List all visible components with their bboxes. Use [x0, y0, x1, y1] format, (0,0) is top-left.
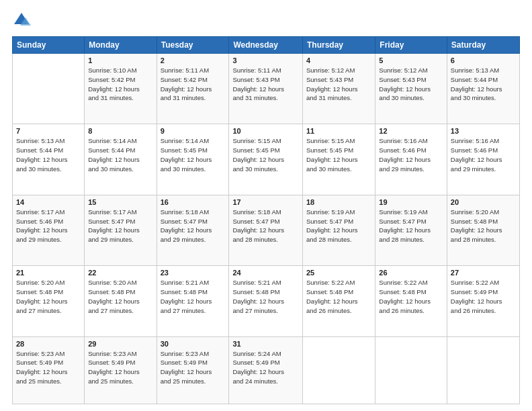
calendar-cell [447, 336, 519, 404]
day-info: Sunrise: 5:16 AM Sunset: 5:46 PM Dayligh… [451, 136, 516, 173]
day-number: 13 [451, 127, 516, 135]
day-number: 4 [306, 56, 371, 64]
calendar-cell: 7Sunrise: 5:13 AM Sunset: 5:44 PM Daylig… [13, 124, 85, 195]
day-info: Sunrise: 5:10 AM Sunset: 5:42 PM Dayligh… [88, 66, 152, 103]
calendar-cell: 16Sunrise: 5:18 AM Sunset: 5:47 PM Dayli… [157, 195, 229, 265]
week-row: 21Sunrise: 5:20 AM Sunset: 5:48 PM Dayli… [13, 266, 520, 336]
day-number: 21 [16, 269, 81, 277]
calendar-cell: 4Sunrise: 5:12 AM Sunset: 5:43 PM Daylig… [303, 54, 375, 124]
week-row: 1Sunrise: 5:10 AM Sunset: 5:42 PM Daylig… [13, 54, 520, 124]
calendar-cell: 20Sunrise: 5:20 AM Sunset: 5:48 PM Dayli… [447, 195, 519, 265]
day-number: 22 [88, 269, 152, 277]
day-info: Sunrise: 5:17 AM Sunset: 5:46 PM Dayligh… [16, 208, 81, 244]
calendar-cell: 2Sunrise: 5:11 AM Sunset: 5:42 PM Daylig… [157, 54, 229, 124]
day-number: 16 [161, 198, 226, 206]
column-header-monday: Monday [85, 37, 157, 54]
day-info: Sunrise: 5:20 AM Sunset: 5:48 PM Dayligh… [451, 208, 516, 244]
logo [12, 11, 34, 30]
day-number: 19 [379, 198, 443, 206]
day-info: Sunrise: 5:12 AM Sunset: 5:43 PM Dayligh… [379, 66, 443, 103]
calendar-cell: 12Sunrise: 5:16 AM Sunset: 5:46 PM Dayli… [375, 124, 447, 195]
day-number: 25 [306, 269, 371, 277]
day-number: 14 [16, 198, 81, 206]
day-info: Sunrise: 5:23 AM Sunset: 5:49 PM Dayligh… [16, 349, 81, 386]
day-number: 27 [451, 269, 516, 277]
week-row: 28Sunrise: 5:23 AM Sunset: 5:49 PM Dayli… [13, 336, 520, 404]
calendar-cell: 30Sunrise: 5:23 AM Sunset: 5:49 PM Dayli… [157, 336, 229, 404]
day-number: 15 [88, 198, 152, 206]
calendar-cell: 1Sunrise: 5:10 AM Sunset: 5:42 PM Daylig… [85, 54, 157, 124]
calendar-cell: 25Sunrise: 5:22 AM Sunset: 5:48 PM Dayli… [303, 266, 375, 336]
day-info: Sunrise: 5:12 AM Sunset: 5:43 PM Dayligh… [306, 66, 371, 103]
column-header-friday: Friday [375, 37, 447, 54]
calendar-cell: 8Sunrise: 5:14 AM Sunset: 5:44 PM Daylig… [85, 124, 157, 195]
day-info: Sunrise: 5:22 AM Sunset: 5:48 PM Dayligh… [379, 278, 443, 315]
day-info: Sunrise: 5:21 AM Sunset: 5:48 PM Dayligh… [232, 278, 299, 315]
day-info: Sunrise: 5:24 AM Sunset: 5:49 PM Dayligh… [232, 349, 299, 386]
column-header-saturday: Saturday [447, 37, 519, 54]
day-info: Sunrise: 5:19 AM Sunset: 5:47 PM Dayligh… [379, 208, 443, 244]
day-number: 24 [232, 269, 299, 277]
day-info: Sunrise: 5:11 AM Sunset: 5:42 PM Dayligh… [161, 66, 226, 103]
day-number: 7 [16, 127, 81, 135]
day-number: 11 [306, 127, 371, 135]
day-info: Sunrise: 5:18 AM Sunset: 5:47 PM Dayligh… [232, 208, 299, 244]
day-number: 20 [451, 198, 516, 206]
day-number: 1 [88, 56, 152, 64]
calendar-cell: 27Sunrise: 5:22 AM Sunset: 5:49 PM Dayli… [447, 266, 519, 336]
calendar-cell: 31Sunrise: 5:24 AM Sunset: 5:49 PM Dayli… [229, 336, 303, 404]
calendar-cell: 5Sunrise: 5:12 AM Sunset: 5:43 PM Daylig… [375, 54, 447, 124]
calendar-cell: 9Sunrise: 5:14 AM Sunset: 5:45 PM Daylig… [157, 124, 229, 195]
day-number: 9 [161, 127, 226, 135]
day-number: 2 [161, 56, 226, 64]
day-info: Sunrise: 5:13 AM Sunset: 5:44 PM Dayligh… [16, 136, 81, 173]
day-info: Sunrise: 5:23 AM Sunset: 5:49 PM Dayligh… [161, 349, 226, 386]
calendar-cell: 24Sunrise: 5:21 AM Sunset: 5:48 PM Dayli… [229, 266, 303, 336]
day-number: 30 [161, 340, 226, 348]
day-number: 6 [451, 56, 516, 64]
day-number: 3 [232, 56, 299, 64]
calendar-table: SundayMondayTuesdayWednesdayThursdayFrid… [12, 36, 520, 404]
calendar-cell: 26Sunrise: 5:22 AM Sunset: 5:48 PM Dayli… [375, 266, 447, 336]
page: SundayMondayTuesdayWednesdayThursdayFrid… [0, 0, 532, 411]
day-number: 18 [306, 198, 371, 206]
day-info: Sunrise: 5:20 AM Sunset: 5:48 PM Dayligh… [16, 278, 81, 315]
day-number: 10 [232, 127, 299, 135]
calendar-cell: 13Sunrise: 5:16 AM Sunset: 5:46 PM Dayli… [447, 124, 519, 195]
calendar-cell: 23Sunrise: 5:21 AM Sunset: 5:48 PM Dayli… [157, 266, 229, 336]
column-header-tuesday: Tuesday [157, 37, 229, 54]
day-number: 29 [88, 340, 152, 348]
header [12, 11, 520, 30]
day-info: Sunrise: 5:14 AM Sunset: 5:44 PM Dayligh… [88, 136, 152, 173]
day-info: Sunrise: 5:21 AM Sunset: 5:48 PM Dayligh… [161, 278, 226, 315]
calendar-cell: 3Sunrise: 5:11 AM Sunset: 5:43 PM Daylig… [229, 54, 303, 124]
day-info: Sunrise: 5:16 AM Sunset: 5:46 PM Dayligh… [379, 136, 443, 173]
day-info: Sunrise: 5:19 AM Sunset: 5:47 PM Dayligh… [306, 208, 371, 244]
calendar-cell: 10Sunrise: 5:15 AM Sunset: 5:45 PM Dayli… [229, 124, 303, 195]
calendar-cell: 14Sunrise: 5:17 AM Sunset: 5:46 PM Dayli… [13, 195, 85, 265]
week-row: 14Sunrise: 5:17 AM Sunset: 5:46 PM Dayli… [13, 195, 520, 265]
day-info: Sunrise: 5:11 AM Sunset: 5:43 PM Dayligh… [232, 66, 299, 103]
column-header-thursday: Thursday [303, 37, 375, 54]
day-number: 23 [161, 269, 226, 277]
calendar-cell: 6Sunrise: 5:13 AM Sunset: 5:44 PM Daylig… [447, 54, 519, 124]
day-info: Sunrise: 5:14 AM Sunset: 5:45 PM Dayligh… [161, 136, 226, 173]
day-info: Sunrise: 5:20 AM Sunset: 5:48 PM Dayligh… [88, 278, 152, 315]
column-header-sunday: Sunday [13, 37, 85, 54]
day-number: 26 [379, 269, 443, 277]
calendar-cell [13, 54, 85, 124]
calendar-cell [303, 336, 375, 404]
day-number: 8 [88, 127, 152, 135]
header-row: SundayMondayTuesdayWednesdayThursdayFrid… [13, 37, 520, 54]
day-info: Sunrise: 5:22 AM Sunset: 5:49 PM Dayligh… [451, 278, 516, 315]
week-row: 7Sunrise: 5:13 AM Sunset: 5:44 PM Daylig… [13, 124, 520, 195]
calendar-cell: 17Sunrise: 5:18 AM Sunset: 5:47 PM Dayli… [229, 195, 303, 265]
day-number: 12 [379, 127, 443, 135]
calendar-cell: 21Sunrise: 5:20 AM Sunset: 5:48 PM Dayli… [13, 266, 85, 336]
day-number: 28 [16, 340, 81, 348]
calendar-cell: 29Sunrise: 5:23 AM Sunset: 5:49 PM Dayli… [85, 336, 157, 404]
day-info: Sunrise: 5:22 AM Sunset: 5:48 PM Dayligh… [306, 278, 371, 315]
calendar-cell: 19Sunrise: 5:19 AM Sunset: 5:47 PM Dayli… [375, 195, 447, 265]
day-info: Sunrise: 5:17 AM Sunset: 5:47 PM Dayligh… [88, 208, 152, 244]
calendar-cell: 22Sunrise: 5:20 AM Sunset: 5:48 PM Dayli… [85, 266, 157, 336]
